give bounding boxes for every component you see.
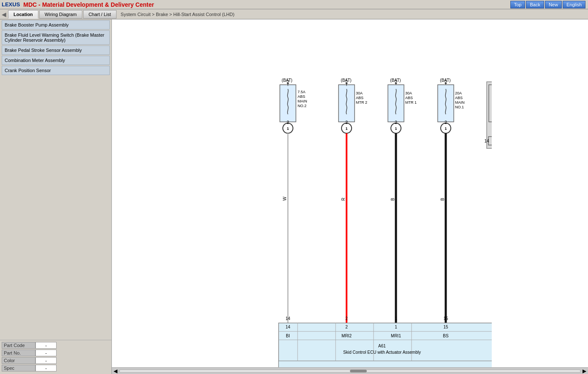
- label-mri1: MRI1: [391, 334, 401, 338]
- f4-pin-bottom: 15: [443, 316, 448, 321]
- sidebar-item-combination-meter[interactable]: Combination Meter Assembly: [2, 56, 110, 65]
- bottom-label-rect: [279, 361, 492, 367]
- sidebar-item-brake-fluid[interactable]: Brake Fluid Level Warning Switch (Brake …: [2, 30, 110, 45]
- f4-num2-above: 2: [444, 120, 447, 125]
- prop-value-spec: -: [35, 365, 57, 371]
- f4-circle-label: 1: [444, 126, 447, 131]
- f3-num2-above: 2: [395, 120, 397, 125]
- properties-panel: Part Code - Part No. - Color - Spec -: [0, 340, 111, 374]
- pin-mri1: 1: [395, 325, 397, 329]
- breadcrumb: System Circuit > Brake > Hill-Start Assi…: [121, 12, 235, 17]
- horizontal-scrollbar[interactable]: ◀ ▶: [112, 367, 588, 374]
- f2-pin-bottom: 2: [345, 316, 348, 321]
- wire-b2-label: B: [440, 198, 445, 201]
- sidebar-item-crank-position[interactable]: Crank Position Sensor: [2, 66, 110, 75]
- wiring-diagram-area: (BAT) 7.5A ABS MAIN NO.2 2: [112, 19, 588, 367]
- prop-row-part-no: Part No. -: [2, 350, 110, 356]
- prop-label-part-no: Part No.: [2, 350, 35, 356]
- content-area: (BAT) 7.5A ABS MAIN NO.2 2: [112, 19, 588, 374]
- f2-rating3: MTR 2: [356, 100, 367, 105]
- topbar: LEXUS MDC - Material Development & Deliv…: [0, 0, 588, 9]
- f3-rating: 30A: [405, 91, 412, 95]
- f1-rating3: MAIN: [298, 99, 307, 103]
- back-button[interactable]: Back: [526, 1, 544, 8]
- tab-wiring-diagram[interactable]: Wiring Diagram: [39, 10, 82, 19]
- back-arrow-icon[interactable]: ◀: [2, 11, 6, 18]
- sidebar-item-brake-booster[interactable]: Brake Booster Pump Assembly: [2, 20, 110, 30]
- f3-circle-label: 1: [395, 126, 397, 131]
- f5-rect: [489, 85, 492, 122]
- label-bi: BI: [286, 334, 290, 338]
- f1-pin-bottom: 14: [285, 316, 290, 321]
- pin-bi: 14: [285, 325, 290, 329]
- prop-label-color: Color: [2, 357, 35, 364]
- prop-value-color: -: [35, 357, 57, 364]
- prop-value-part-code: -: [35, 342, 57, 349]
- scroll-right-arrow[interactable]: ▶: [583, 368, 586, 374]
- pin-mri2: 2: [345, 325, 348, 329]
- scroll-track[interactable]: [119, 369, 581, 373]
- f4-rating4: NO.1: [455, 105, 464, 109]
- label-mri2: MRI2: [341, 334, 352, 338]
- prop-label-spec: Spec: [2, 365, 35, 371]
- f2-rating: 30A: [356, 91, 363, 95]
- prop-value-part-no: -: [35, 350, 57, 356]
- wire-w-label: W: [282, 196, 287, 201]
- f5-pin-14: 14: [484, 139, 489, 143]
- sidebar-item-brake-pedal[interactable]: Brake Pedal Stroke Sensor Assembly: [2, 46, 110, 55]
- wire-r-label: R: [341, 198, 346, 201]
- wire-b1-label: B: [390, 198, 395, 201]
- f1-circle-label: 1: [287, 126, 289, 131]
- f1-rating2: ABS: [298, 94, 305, 99]
- tabbar: ◀ Location Wiring Diagram Chart / List S…: [0, 9, 588, 19]
- f3-rating2: ABS: [405, 96, 413, 100]
- f3-pin-bottom: 1: [395, 316, 397, 321]
- label-bs: BS: [443, 334, 449, 338]
- english-button[interactable]: English: [563, 1, 585, 8]
- prop-label-part-code: Part Code: [2, 342, 35, 349]
- tab-location[interactable]: Location: [8, 10, 38, 19]
- scroll-thumb[interactable]: [350, 370, 367, 372]
- prop-row-part-code: Part Code -: [2, 342, 110, 349]
- f3-rating3: MTR 1: [405, 100, 417, 105]
- diagram-canvas: (BAT) 7.5A ABS MAIN NO.2 2: [112, 19, 576, 367]
- wire-be-label: BE: [491, 195, 492, 201]
- main-layout: Brake Booster Pump Assembly Brake Fluid …: [0, 19, 588, 374]
- component-name: Skid Control ECU with Actuator Assembly: [343, 350, 421, 355]
- f2-rating2: ABS: [356, 96, 363, 100]
- f1-rating: 7.5A: [298, 90, 306, 94]
- wiring-svg: (BAT) 7.5A ABS MAIN NO.2 2: [112, 19, 492, 367]
- f2-circle-label: 1: [345, 126, 347, 131]
- f4-rating3: MAIN: [455, 100, 465, 105]
- prop-row-color: Color -: [2, 357, 110, 364]
- top-button[interactable]: Top: [510, 1, 526, 8]
- f2-num2-above: 2: [345, 120, 348, 125]
- f1-rating4: NO.2: [298, 104, 306, 108]
- f4-rating: 20A: [455, 91, 462, 95]
- new-button[interactable]: New: [545, 1, 562, 8]
- prop-row-spec: Spec -: [2, 365, 110, 371]
- sidebar-list: Brake Booster Pump Assembly Brake Fluid …: [0, 19, 111, 340]
- app-title: MDC - Material Development & Delivery Ce…: [23, 1, 510, 8]
- component-id: A61: [378, 344, 386, 348]
- tab-chart-list[interactable]: Chart / List: [83, 10, 117, 19]
- f4-rating2: ABS: [455, 96, 463, 100]
- scroll-left-arrow[interactable]: ◀: [114, 368, 117, 374]
- app-logo: LEXUS: [2, 1, 20, 8]
- sidebar: Brake Booster Pump Assembly Brake Fluid …: [0, 19, 112, 374]
- pin-bs: 15: [443, 325, 448, 329]
